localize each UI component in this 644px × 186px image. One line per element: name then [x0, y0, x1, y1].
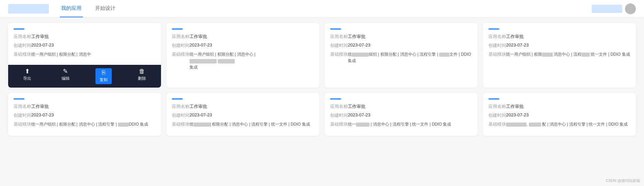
card-app-name-row: 应用名称 工作审批	[172, 104, 314, 110]
card-time-row: 创建时间 2023-07-23	[14, 42, 156, 49]
app-name: 工作审批	[31, 34, 49, 40]
card-app-name-row: 应用名称 工作审批	[330, 104, 472, 110]
modules-text: ██████, ███ 配 | 消息中心 | 流程引擎 | 统一文件 | DDI…	[506, 121, 628, 128]
label-modules: 基础模块	[330, 121, 348, 127]
app-card-8: 应用名称 工作审批 创建时间 2023-07-23 基础模块 ██████, █…	[483, 93, 636, 136]
app-card-6: 应用名称 工作审批 创建时间 2023-07-23 基础模块 统████| 权限…	[166, 93, 319, 136]
app-card-5: 应用名称 工作审批 创建时间 2023-07-23 基础模块 统一用户组织 | …	[8, 93, 161, 136]
card-modules-row: 基础模块 统一用户组织 | 权限分配 | 消息中心 | 流程引擎 | ███DD…	[14, 121, 156, 128]
label-time: 创建时间	[172, 112, 190, 118]
copy-button[interactable]: ⎘ 复制	[95, 68, 112, 84]
export-icon: ⬆	[25, 68, 30, 74]
card-modules-row: 基础模块 统████组织 | 权限分配 | 消息中心 | 流程引擎 | ███文…	[330, 51, 472, 64]
card-time-row: 创建时间 2023-07-23	[330, 112, 472, 118]
app-card-2: 应用名称 工作审批 创建时间 2023-07-23 基础模块 统一用户组织 | …	[166, 23, 319, 88]
modules-text: 统一用户组织 | 权限███| 消息中心 | 流程██ 统一文件 | DDIO …	[506, 51, 630, 58]
card-accent	[14, 98, 24, 99]
card-app-name-row: 应用名称 工作审批	[488, 34, 630, 40]
header: 我的应用 开始设计	[0, 0, 644, 18]
label-time: 创建时间	[14, 112, 31, 118]
edit-icon: ✎	[63, 68, 68, 74]
modules-text: 统████组织 | 权限分配 | 消息中心 | 流程引擎 | ███文件 | D…	[348, 51, 472, 64]
created-time: 2023-07-23	[31, 112, 54, 117]
delete-button[interactable]: 🗑 删除	[134, 68, 150, 84]
card-time-row: 创建时间 2023-07-23	[488, 112, 630, 118]
label-modules: 基础模块	[488, 121, 506, 127]
created-time: 2023-07-23	[506, 42, 529, 48]
card-app-name-row: 应用名称 工作审批	[172, 34, 314, 40]
app-name: 工作审批	[190, 34, 207, 40]
tab-my-apps[interactable]: 我的应用	[60, 0, 83, 17]
card-time-row: 创建时间 2023-07-23	[172, 112, 314, 118]
created-time: 2023-07-23	[31, 42, 54, 48]
label-app: 应用名称	[14, 34, 31, 40]
created-time: 2023-07-23	[506, 112, 529, 117]
modules-text: 统一████ | 消息中心 | 流程引擎 | 统一文件 | DDIO 集成	[348, 121, 451, 128]
app-name: 工作审批	[348, 104, 365, 110]
card-accent	[330, 98, 341, 99]
card-actions-overlay: ⬆ 导出 ✎ 编辑 ⎘ 复制 🗑 删除	[8, 65, 161, 88]
header-right	[592, 3, 636, 14]
app-card-3: 应用名称 工作审批 创建时间 2023-07-23 基础模块 统████组织 |…	[325, 23, 478, 88]
modules-text: 统一用户组织 | 权限分配 | 消息中心 | 流程引擎 | ███DDIO 集成	[31, 121, 148, 128]
app-card-7: 应用名称 工作审批 创建时间 2023-07-23 基础模块 统一████ | …	[325, 93, 478, 136]
label-time: 创建时间	[330, 42, 348, 49]
created-time: 2023-07-23	[348, 42, 371, 48]
card-accent	[488, 29, 499, 30]
card-accent	[330, 29, 341, 30]
avatar[interactable]	[625, 3, 636, 14]
label-modules: 基础模块	[488, 51, 506, 57]
label-modules: 基础模块	[14, 121, 31, 127]
app-card-1: 应用名称 工作审批 创建时间 2023-07-23 基础模块 统一用户组织 | …	[8, 23, 161, 88]
edit-button[interactable]: ✎ 编辑	[57, 68, 74, 84]
delete-icon: 🗑	[139, 68, 145, 74]
app-name: 工作审批	[31, 104, 49, 110]
modules-text: 统一用户组织 | 权限分配 | 消息中心 | ██████ ████ 集成	[190, 51, 255, 71]
delete-label: 删除	[138, 76, 146, 81]
card-app-name-row: 应用名称 工作审批	[14, 34, 156, 40]
app-name: 工作审批	[348, 34, 365, 40]
card-accent	[172, 29, 183, 30]
label-app: 应用名称	[488, 104, 506, 110]
label-app: 应用名称	[172, 104, 190, 110]
card-modules-row: 基础模块 统████| 权限分配 | 消息中心 | 流程引擎 | 统一文件 | …	[172, 121, 314, 128]
card-time-row: 创建时间 2023-07-23	[14, 112, 156, 118]
copy-label: 复制	[100, 77, 108, 83]
app-name: 工作审批	[506, 34, 524, 40]
card-time-row: 创建时间 2023-07-23	[172, 42, 314, 49]
card-modules-row: 基础模块 统一用户组织 | 权限分配 | 消息中	[14, 51, 156, 58]
modules-text: 统一用户组织 | 权限分配 | 消息中	[31, 51, 91, 58]
main-content: 应用名称 工作审批 创建时间 2023-07-23 基础模块 统一用户组织 | …	[0, 18, 644, 141]
label-time: 创建时间	[488, 42, 506, 49]
label-modules: 基础模块	[14, 51, 31, 57]
app-name: 工作审批	[506, 104, 524, 110]
label-app: 应用名称	[330, 104, 348, 110]
card-accent	[172, 98, 183, 99]
label-time: 创建时间	[330, 112, 348, 118]
created-time: 2023-07-23	[348, 112, 371, 117]
label-time: 创建时间	[172, 42, 190, 49]
copy-icon: ⎘	[102, 70, 106, 76]
label-time: 创建时间	[14, 42, 31, 49]
card-time-row: 创建时间 2023-07-23	[488, 42, 630, 49]
label-modules: 基础模块	[172, 51, 190, 57]
header-tabs: 我的应用 开始设计	[60, 0, 117, 17]
export-label: 导出	[23, 76, 31, 81]
app-card-4: 应用名称 工作审批 创建时间 2023-07-23 基础模块 统一用户组织 | …	[483, 23, 636, 88]
card-accent	[14, 29, 24, 30]
tab-start-design[interactable]: 开始设计	[94, 0, 117, 17]
card-app-name-row: 应用名称 工作审批	[14, 104, 156, 110]
created-time: 2023-07-23	[190, 42, 212, 48]
card-modules-row: 基础模块 统一用户组织 | 权限███| 消息中心 | 流程██ 统一文件 | …	[488, 51, 630, 58]
card-app-name-row: 应用名称 工作审批	[330, 34, 472, 40]
label-time: 创建时间	[488, 112, 506, 118]
card-modules-row: 基础模块 统一████ | 消息中心 | 流程引擎 | 统一文件 | DDIO …	[330, 121, 472, 128]
label-modules: 基础模块	[172, 121, 190, 127]
card-app-name-row: 应用名称 工作审批	[488, 104, 630, 110]
modules-text: 统████| 权限分配 | 消息中心 | 流程引擎 | 统一文件 | DDIO …	[190, 121, 310, 128]
label-modules: 基础模块	[330, 51, 348, 57]
logo	[8, 4, 49, 14]
export-button[interactable]: ⬆ 导出	[19, 68, 35, 84]
label-app: 应用名称	[172, 34, 190, 40]
user-bar	[592, 5, 622, 13]
